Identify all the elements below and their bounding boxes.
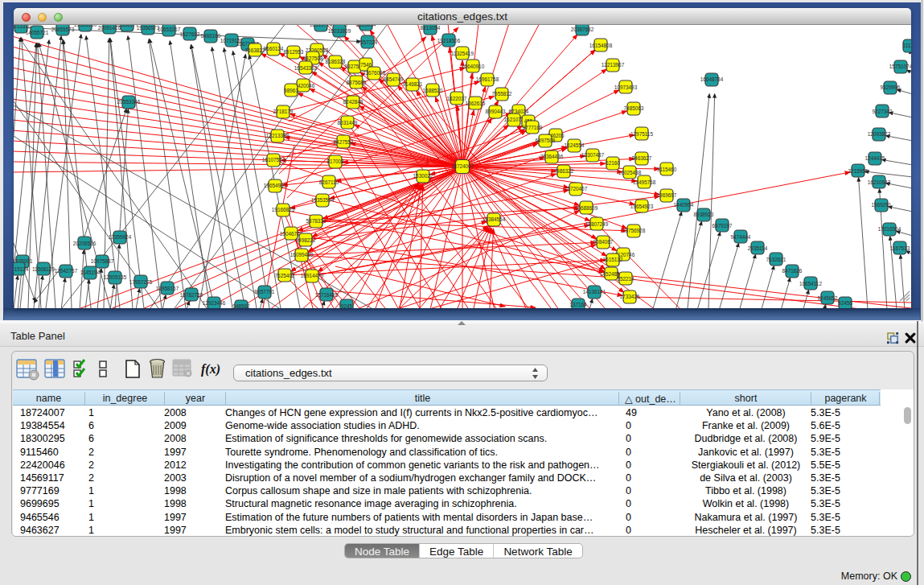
svg-text:19353594: 19353594 xyxy=(311,197,335,203)
svg-text:9329996: 9329996 xyxy=(881,84,901,90)
svg-text:10307487: 10307487 xyxy=(581,152,605,158)
svg-text:18556177: 18556177 xyxy=(116,25,139,27)
svg-text:1569291: 1569291 xyxy=(872,202,892,208)
svg-text:17957275: 17957275 xyxy=(129,279,153,285)
svg-text:1498222: 1498222 xyxy=(296,237,316,243)
svg-text:12975115: 12975115 xyxy=(630,131,653,137)
svg-text:5878334: 5878334 xyxy=(306,218,326,224)
svg-text:7632621: 7632621 xyxy=(766,257,786,262)
svg-text:7663822: 7663822 xyxy=(245,47,265,53)
svg-text:3215955: 3215955 xyxy=(848,168,869,174)
svg-text:12213389: 12213389 xyxy=(266,133,290,138)
svg-text:16640910: 16640910 xyxy=(462,64,485,69)
svg-text:16033809: 16033809 xyxy=(328,28,351,34)
svg-text:18313774: 18313774 xyxy=(310,25,333,27)
svg-text:8031449: 8031449 xyxy=(338,120,358,126)
svg-text:16099489: 16099489 xyxy=(290,252,314,257)
svg-text:1145194: 1145194 xyxy=(80,270,101,275)
svg-text:8463627: 8463627 xyxy=(632,155,652,161)
svg-text:10653267: 10653267 xyxy=(158,27,181,32)
svg-text:98961: 98961 xyxy=(284,88,298,93)
svg-text:16154808: 16154808 xyxy=(589,43,613,48)
svg-text:16914479: 16914479 xyxy=(301,273,324,278)
svg-text:1588520: 1588520 xyxy=(423,88,443,93)
svg-text:1530022: 1530022 xyxy=(413,173,433,179)
svg-text:10654112: 10654112 xyxy=(799,281,822,286)
svg-text:16543362: 16543362 xyxy=(294,65,318,71)
svg-text:9115460: 9115460 xyxy=(657,167,677,172)
svg-text:19565550: 19565550 xyxy=(74,25,97,27)
svg-text:7955812: 7955812 xyxy=(492,91,512,97)
svg-text:8427552: 8427552 xyxy=(334,139,354,145)
svg-text:1969697: 1969697 xyxy=(657,192,677,198)
svg-text:1440954: 1440954 xyxy=(674,202,694,208)
svg-text:137164: 137164 xyxy=(569,302,587,307)
svg-text:15716485: 15716485 xyxy=(315,292,339,298)
svg-text:19166825: 19166825 xyxy=(272,207,295,212)
svg-text:10025438: 10025438 xyxy=(618,170,642,175)
svg-text:14136141: 14136141 xyxy=(583,289,606,295)
svg-text:8242848: 8242848 xyxy=(343,99,363,105)
svg-text:17016504: 17016504 xyxy=(878,226,901,232)
svg-text:8267110: 8267110 xyxy=(319,179,339,185)
svg-text:16648784: 16648784 xyxy=(700,76,724,82)
svg-text:1167533: 1167533 xyxy=(890,245,910,251)
svg-text:10958167: 10958167 xyxy=(156,286,179,291)
svg-text:18724007: 18724007 xyxy=(451,163,474,169)
svg-text:9777169: 9777169 xyxy=(523,125,543,130)
svg-text:62160: 62160 xyxy=(606,160,620,166)
svg-text:6879197: 6879197 xyxy=(713,223,733,229)
svg-text:8875685: 8875685 xyxy=(347,80,367,85)
svg-text:15720407: 15720407 xyxy=(565,186,588,192)
svg-text:19356573: 19356573 xyxy=(137,25,160,31)
svg-text:7625402: 7625402 xyxy=(275,273,295,278)
svg-text:10688609: 10688609 xyxy=(575,205,598,211)
svg-text:9245: 9245 xyxy=(341,303,353,308)
svg-text:20553346: 20553346 xyxy=(117,99,141,105)
svg-text:9084067: 9084067 xyxy=(593,239,614,245)
svg-text:19756928: 19756928 xyxy=(622,228,646,233)
svg-text:12923446: 12923446 xyxy=(203,300,226,306)
svg-text:1733426: 1733426 xyxy=(620,294,640,299)
svg-text:252214: 252214 xyxy=(617,276,634,282)
svg-text:19384554: 19384554 xyxy=(483,216,506,222)
svg-text:8938923: 8938923 xyxy=(694,212,714,217)
svg-text:9227342: 9227342 xyxy=(873,109,893,114)
svg-text:15751074: 15751074 xyxy=(889,64,911,69)
svg-text:11568129: 11568129 xyxy=(32,266,55,272)
svg-text:8813054: 8813054 xyxy=(421,25,441,31)
svg-text:92456: 92456 xyxy=(838,300,852,306)
svg-text:1527602: 1527602 xyxy=(180,31,200,37)
svg-text:8660124: 8660124 xyxy=(264,46,284,51)
svg-text:8186328: 8186328 xyxy=(326,59,346,64)
svg-text:9474444: 9474444 xyxy=(731,234,751,240)
svg-text:11325419: 11325419 xyxy=(451,51,474,56)
svg-text:19218506: 19218506 xyxy=(437,38,461,43)
svg-text:1822037: 1822037 xyxy=(447,96,467,101)
svg-text:23676068: 23676068 xyxy=(363,70,386,76)
svg-text:11122: 11122 xyxy=(903,43,911,48)
svg-text:20387682: 20387682 xyxy=(571,27,594,32)
svg-text:16107554: 16107554 xyxy=(262,157,285,163)
svg-text:2718179: 2718179 xyxy=(273,109,294,114)
svg-text:2935114: 2935114 xyxy=(748,245,768,251)
svg-text:1244415: 1244415 xyxy=(865,155,885,161)
svg-text:1624554: 1624554 xyxy=(565,142,585,148)
svg-text:8471626: 8471626 xyxy=(782,268,803,274)
svg-text:12942757: 12942757 xyxy=(55,268,78,274)
svg-text:16210643: 16210643 xyxy=(868,179,891,185)
svg-text:13495758: 13495758 xyxy=(633,179,656,185)
svg-text:9827508: 9827508 xyxy=(303,56,323,61)
svg-text:6466160: 6466160 xyxy=(201,33,221,39)
svg-text:9146821: 9146821 xyxy=(403,81,423,87)
svg-text:18807249: 18807249 xyxy=(585,221,609,227)
svg-text:16782759: 16782759 xyxy=(180,292,203,298)
svg-text:f(x): f(x) xyxy=(201,362,220,377)
svg-text:8912953: 8912953 xyxy=(284,49,304,55)
svg-text:12905135: 12905135 xyxy=(104,274,127,280)
svg-text:9245652: 9245652 xyxy=(818,295,838,301)
svg-text:10973493: 10973493 xyxy=(614,84,638,90)
svg-text:3915124: 3915124 xyxy=(14,266,29,272)
svg-text:19654923: 19654923 xyxy=(630,204,654,209)
svg-text:7357224: 7357224 xyxy=(358,39,378,45)
